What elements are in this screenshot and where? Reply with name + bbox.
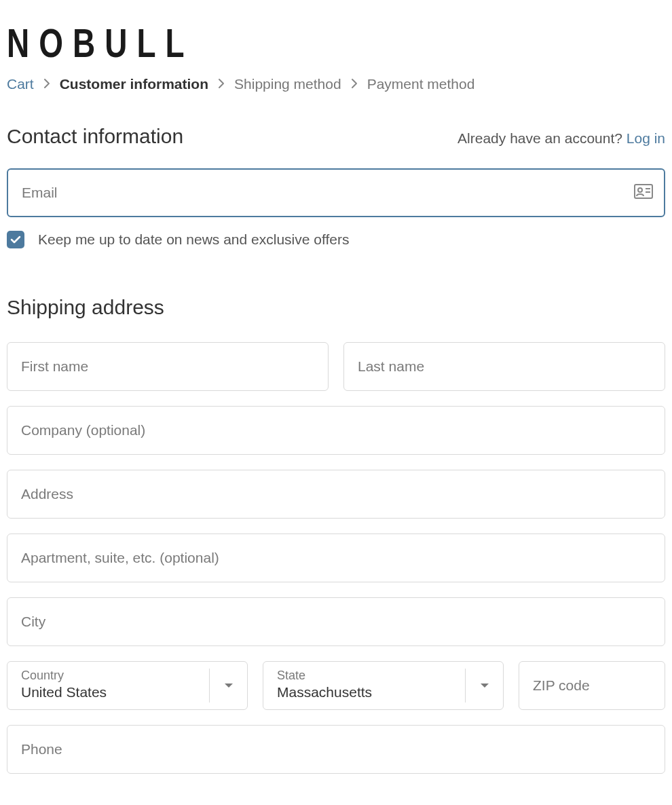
- state-select[interactable]: State Massachusetts: [263, 661, 504, 710]
- apartment-field-wrapper: [7, 533, 665, 582]
- newsletter-checkbox-label: Keep me up to date on news and exclusive…: [38, 231, 349, 248]
- first-name-field-wrapper: [7, 342, 329, 391]
- phone-field-wrapper: [7, 725, 665, 774]
- last-name-input[interactable]: [343, 342, 665, 391]
- country-select-value: United States: [21, 683, 234, 701]
- phone-input[interactable]: [7, 725, 665, 774]
- email-field-wrapper: [7, 168, 665, 217]
- city-input[interactable]: [7, 597, 665, 646]
- newsletter-checkbox[interactable]: [7, 231, 24, 248]
- country-select-label: Country: [21, 669, 234, 683]
- state-select-value: Massachusetts: [277, 683, 489, 701]
- country-select[interactable]: Country United States: [7, 661, 248, 710]
- shipping-address-heading: Shipping address: [7, 296, 665, 319]
- company-field-wrapper: [7, 406, 665, 455]
- city-field-wrapper: [7, 597, 665, 646]
- breadcrumb-step-shipping-method: Shipping method: [234, 76, 341, 92]
- email-input[interactable]: [7, 168, 665, 217]
- chevron-right-icon: [351, 76, 358, 92]
- state-field-wrapper: State Massachusetts: [263, 661, 504, 710]
- first-name-input[interactable]: [7, 342, 329, 391]
- zip-field-wrapper: [519, 661, 665, 710]
- address-input[interactable]: [7, 470, 665, 519]
- account-hint: Already have an account? Log in: [458, 130, 665, 147]
- breadcrumb-step-customer-information: Customer information: [60, 76, 208, 92]
- contact-information-heading: Contact information: [7, 125, 183, 148]
- breadcrumb-step-cart[interactable]: Cart: [7, 76, 34, 92]
- chevron-right-icon: [218, 76, 225, 92]
- address-field-wrapper: [7, 470, 665, 519]
- checkout-breadcrumb: Cart Customer information Shipping metho…: [7, 76, 665, 92]
- state-select-label: State: [277, 669, 489, 683]
- breadcrumb-step-payment-method: Payment method: [367, 76, 475, 92]
- contact-card-icon: [634, 184, 653, 202]
- caret-down-icon: [209, 669, 247, 703]
- apartment-input[interactable]: [7, 533, 665, 582]
- last-name-field-wrapper: [343, 342, 665, 391]
- login-link[interactable]: Log in: [627, 130, 665, 146]
- country-field-wrapper: Country United States: [7, 661, 248, 710]
- account-hint-text: Already have an account?: [458, 130, 622, 146]
- company-input[interactable]: [7, 406, 665, 455]
- chevron-right-icon: [43, 76, 50, 92]
- brand-logo: NOBULL: [7, 19, 665, 67]
- svg-point-1: [638, 188, 642, 192]
- caret-down-icon: [465, 669, 503, 703]
- zip-input[interactable]: [519, 661, 665, 710]
